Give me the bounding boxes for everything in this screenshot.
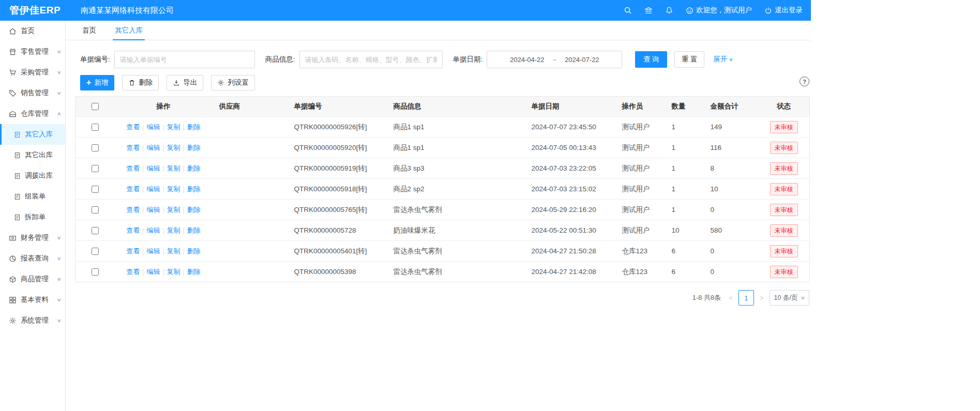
system-icon <box>9 317 17 325</box>
action-delete-link[interactable]: 删除 <box>187 185 201 193</box>
action-delete-link[interactable]: 删除 <box>187 144 201 151</box>
operator-cell: 测试用户 <box>616 179 666 200</box>
action-copy-link[interactable]: 复制 <box>167 164 180 172</box>
action-delete-link[interactable]: 删除 <box>187 226 201 234</box>
delete-button[interactable]: 删除 <box>122 75 159 90</box>
action-edit-link[interactable]: 编辑 <box>146 268 160 276</box>
action-delete-link[interactable]: 删除 <box>187 123 201 131</box>
row-checkbox[interactable] <box>92 227 99 234</box>
action-view-link[interactable]: 查看 <box>126 144 140 151</box>
action-delete-link[interactable]: 删除 <box>187 164 201 172</box>
status-badge: 未审核 <box>770 245 798 257</box>
logout-text: 退出登录 <box>775 6 803 15</box>
next-page-icon[interactable]: > <box>758 294 765 302</box>
row-checkbox[interactable] <box>92 206 99 214</box>
product-info-input[interactable] <box>299 51 443 68</box>
column-header-qty: 数量 <box>666 97 704 117</box>
trash-icon <box>128 79 135 86</box>
action-edit-link[interactable]: 编辑 <box>146 206 160 214</box>
action-view-link[interactable]: 查看 <box>126 247 140 255</box>
action-view-link[interactable]: 查看 <box>126 185 140 193</box>
sidebar-item-assembly[interactable]: 组装单 <box>0 186 65 207</box>
add-button[interactable]: + 新增 <box>80 75 114 90</box>
tab-home[interactable]: 首页 <box>80 21 98 40</box>
bill-no-cell: QTRK00000005919[转] <box>288 158 387 179</box>
operator-cell: 测试用户 <box>616 200 666 220</box>
date-range-picker[interactable]: 2024-04-22 ~ 2024-07-22 <box>487 51 622 68</box>
action-divider: | <box>162 227 164 234</box>
sidebar-item-home[interactable]: 首页 <box>0 21 65 41</box>
action-edit-link[interactable]: 编辑 <box>146 185 160 193</box>
prev-page-icon[interactable]: < <box>727 294 734 302</box>
actions-cell: 查看|编辑|复制|删除 <box>114 241 213 262</box>
bill-no-cell: QTRK00000005401[转] <box>288 241 387 262</box>
sidebar-item-other-out[interactable]: 其它出库 <box>0 145 65 165</box>
action-copy-link[interactable]: 复制 <box>167 185 180 193</box>
amount-cell: 580 <box>704 220 759 241</box>
sidebar-item-warehouse[interactable]: 仓库管理∧ <box>0 103 65 124</box>
sidebar-item-report[interactable]: 报表查询∨ <box>0 248 65 269</box>
sidebar-item-sales[interactable]: 销售管理∨ <box>0 83 65 103</box>
action-delete-link[interactable]: 删除 <box>187 247 201 255</box>
action-view-link[interactable]: 查看 <box>126 268 140 276</box>
action-copy-link[interactable]: 复制 <box>167 123 180 131</box>
row-select-cell <box>76 158 114 179</box>
row-checkbox[interactable] <box>92 165 99 172</box>
qty-cell: 6 <box>666 262 704 282</box>
select-all-checkbox[interactable] <box>92 103 99 110</box>
help-icon[interactable]: ? <box>800 77 809 86</box>
page-size-select[interactable]: 10 条/页 ∨ <box>770 290 809 306</box>
row-select-cell <box>76 241 114 262</box>
export-button[interactable]: 导出 <box>167 75 203 90</box>
action-edit-link[interactable]: 编辑 <box>146 123 160 131</box>
logout-button[interactable]: 退出登录 <box>764 6 803 15</box>
search-button[interactable]: 查询 <box>635 51 667 68</box>
sidebar-item-purchase[interactable]: 采购管理∨ <box>0 62 65 83</box>
action-view-link[interactable]: 查看 <box>126 226 140 234</box>
row-checkbox[interactable] <box>92 268 99 276</box>
tab-other-in[interactable]: 其它入库 <box>113 21 145 40</box>
amount-cell: 116 <box>704 138 759 158</box>
bill-no-input[interactable] <box>114 51 255 68</box>
search-icon[interactable] <box>624 6 632 14</box>
sidebar-item-goods[interactable]: 商品管理∨ <box>0 269 65 290</box>
action-edit-link[interactable]: 编辑 <box>146 164 160 172</box>
row-checkbox[interactable] <box>92 144 99 151</box>
page-number-button[interactable]: 1 <box>738 290 754 306</box>
bank-icon[interactable] <box>644 6 653 14</box>
action-copy-link[interactable]: 复制 <box>167 268 180 276</box>
expand-link[interactable]: 展开 ∨ <box>713 55 733 64</box>
amount-cell: 0 <box>704 262 759 282</box>
row-checkbox[interactable] <box>92 186 99 193</box>
action-copy-link[interactable]: 复制 <box>167 226 180 234</box>
sidebar-item-label: 销售管理 <box>21 88 57 98</box>
welcome-user[interactable]: 欢迎您，测试用户 <box>686 6 752 15</box>
action-view-link[interactable]: 查看 <box>126 206 140 214</box>
action-delete-link[interactable]: 删除 <box>187 206 201 214</box>
sidebar-item-transfer-out[interactable]: 调拨出库 <box>0 165 65 186</box>
sidebar-item-disassembly[interactable]: 拆卸单 <box>0 207 65 227</box>
sidebar-item-basic[interactable]: 基本资料∨ <box>0 290 65 310</box>
bell-icon[interactable] <box>665 6 673 14</box>
action-copy-link[interactable]: 复制 <box>167 144 180 151</box>
action-copy-link[interactable]: 复制 <box>167 247 180 255</box>
sidebar-item-finance[interactable]: 财务管理∨ <box>0 227 65 248</box>
home-icon <box>9 27 17 35</box>
column-settings-button[interactable]: 列设置 <box>211 75 255 90</box>
supplier-cell <box>213 117 288 138</box>
row-checkbox[interactable] <box>92 124 99 131</box>
table-row: 查看|编辑|复制|删除QTRK00000005918[转]商品2 sp22024… <box>76 179 810 200</box>
action-view-link[interactable]: 查看 <box>126 164 140 172</box>
action-edit-link[interactable]: 编辑 <box>146 247 160 255</box>
sidebar-item-retail[interactable]: 零售管理∨ <box>0 41 65 62</box>
operator-cell: 仓库123 <box>616 262 666 282</box>
reset-button[interactable]: 重置 <box>674 51 704 68</box>
action-edit-link[interactable]: 编辑 <box>146 226 160 234</box>
action-copy-link[interactable]: 复制 <box>167 206 180 214</box>
sidebar-item-system[interactable]: 系统管理∨ <box>0 310 65 331</box>
action-edit-link[interactable]: 编辑 <box>146 144 160 151</box>
row-checkbox[interactable] <box>92 248 99 255</box>
action-delete-link[interactable]: 删除 <box>187 268 201 276</box>
sidebar-item-other-in[interactable]: 其它入库 <box>0 124 65 145</box>
action-view-link[interactable]: 查看 <box>126 123 140 131</box>
